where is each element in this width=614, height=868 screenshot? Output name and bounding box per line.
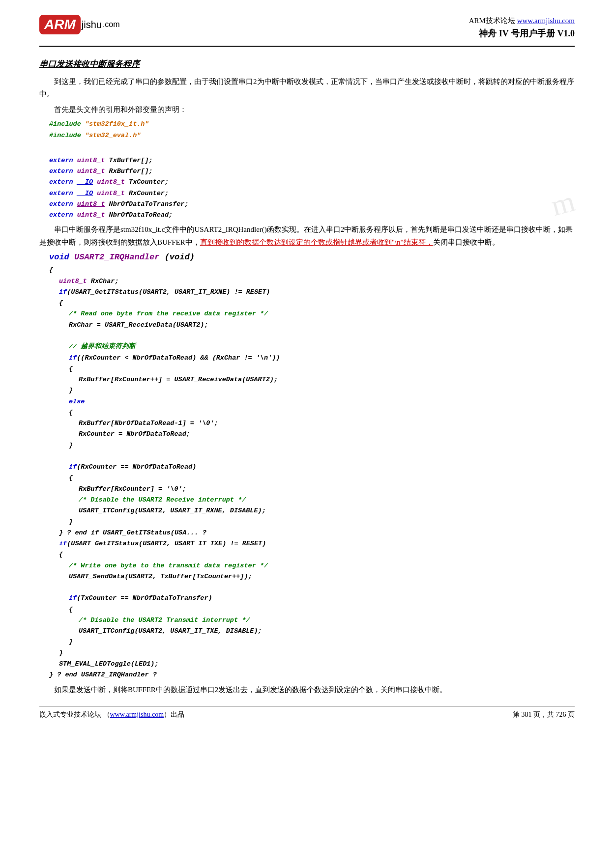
line-brace-open5: { [59, 549, 575, 560]
line-comment-disable-rx: /* Disable the USART2 Receive interrupt … [79, 495, 575, 505]
line-rxbuffer-null: RxBuffer[NbrOfDataToRead-1] = '\0'; [79, 418, 575, 429]
footer: 嵌入式专业技术论坛 （www.armjishu.com）出品 第 381 页，共… [39, 706, 575, 719]
line-disable-rxne: USART_ITConfig(USART2, USART_IT_RXNE, DI… [79, 505, 575, 516]
para1: 到这里，我们已经完成了串口的参数配置，由于我们设置串口2为中断中断收发模式，正常… [39, 76, 575, 101]
func-signature: void USART2_IRQHandler (void) [49, 252, 575, 262]
site-label: ARM技术论坛 [469, 17, 515, 25]
logo-jishu: jishu [82, 19, 102, 30]
line-rxbuffer-null2: RxBuffer[RxCounter] = '\0'; [79, 484, 575, 495]
footer-site-url[interactable]: www.armjishu.com [110, 711, 164, 718]
code-body: { uint8_t RxChar; if(USART_GetITStatus(U… [49, 265, 575, 680]
para2: 首先是头文件的引用和外部变量的声明： [39, 104, 575, 116]
line-rxcounter-reset: RxCounter = NbrOfDataToRead; [79, 429, 575, 440]
line-if-rxcounter: if((RxCounter < NbrOfDataToRead) && (RxC… [69, 353, 575, 364]
extern-4: extern __IO uint8_t RxCounter; [49, 188, 575, 199]
include-1: #include "stm32f10x_it.h" [49, 119, 575, 130]
func-name: USART2_IRQHandler [74, 252, 159, 262]
line-brace-close6: } [69, 637, 575, 647]
line-brace-close5: } [59, 648, 575, 659]
extern-2: extern uint8_t RxBuffer[]; [49, 166, 575, 177]
line-senddata: USART_SendData(USART2, TxBuffer[TxCounte… [69, 571, 575, 582]
line-brace-close4: } [69, 517, 575, 528]
extern-6: extern uint8_t NbrOfDataToRead; [49, 210, 575, 221]
line-ledtoggle: STM_EVAL_LEDToggle(LED1); [59, 659, 575, 670]
footer-left-text: 嵌入式专业技术论坛 （ [39, 711, 110, 718]
line-brace-open3: { [69, 407, 575, 418]
line-else: else [69, 396, 575, 407]
extern-5: extern uint8_t NbrOfDataToTransfer; [49, 199, 575, 210]
footer-left-suffix: ）出品 [164, 711, 184, 718]
header: ARM jishu .com ARM技术论坛 www.armjishu.com … [39, 15, 575, 47]
footer-right: 第 381 页，共 726 页 [513, 710, 575, 719]
header-site: ARM技术论坛 www.armjishu.com [469, 15, 575, 27]
site-url[interactable]: www.armjishu.com [517, 17, 575, 25]
line-brace-open1: { [59, 298, 575, 308]
line-comment-boundary: // 越界和结束符判断 [69, 341, 575, 352]
logo-com: .com [103, 20, 120, 29]
extern-1: extern uint8_t TxBuffer[]; [49, 155, 575, 166]
code-includes: #include "stm32f10x_it.h" #include "stm3… [49, 119, 575, 141]
footer-left: 嵌入式专业技术论坛 （www.armjishu.com）出品 [39, 710, 184, 719]
section-title: 串口发送接收中断服务程序 [39, 58, 575, 70]
line-brace-open4: { [69, 473, 575, 483]
line-if-rxcounter-eq: if(RxCounter == NbrOfDataToRead) [69, 462, 575, 473]
line-if-txcounter: if(TxCounter == NbrOfDataToTransfer) [69, 593, 575, 604]
line-end-handler-comment: } ? end USART2_IRQHandler ? [49, 670, 575, 680]
line-brace-open6: { [69, 604, 575, 615]
line-rxchar-assign: RxChar = USART_ReceiveData(USART2); [69, 320, 575, 331]
line-disable-txe: USART_ITConfig(USART2, USART_IT_TXE, DIS… [79, 626, 575, 637]
line-comment-write: /* Write one byte to the transmit data r… [69, 560, 575, 571]
line-open-brace: { [49, 265, 575, 276]
func-param: (void) [165, 252, 195, 262]
para3-end: 关闭串口接收中断。 [433, 238, 499, 246]
line-brace-close2: } [69, 385, 575, 396]
line-comment-read: /* Read one byte from the receive data r… [69, 308, 575, 319]
header-right: ARM技术论坛 www.armjishu.com 神舟 IV 号用户手册 V1.… [469, 15, 575, 41]
include-2: #include "stm32_eval.h" [49, 130, 575, 141]
para4: 如果是发送中断，则将BUFFER中的数据通过串口2发送出去，直到发送的数据个数达… [39, 684, 575, 697]
line-comment-disable-tx: /* Disable the USART2 Transmit interrupt… [79, 615, 575, 626]
page: ARM jishu .com ARM技术论坛 www.armjishu.com … [0, 0, 614, 868]
line-rxchar-decl: uint8_t RxChar; [59, 276, 575, 287]
line-rxbuffer-assign: RxBuffer[RxCounter++] = USART_ReceiveDat… [79, 374, 575, 385]
header-title: 神舟 IV 号用户手册 V1.0 [469, 27, 575, 41]
line-if-rxne: if(USART_GetITStatus(USART2, USART_IT_RX… [59, 287, 575, 298]
extern-3: extern __IO uint8_t TxCounter; [49, 177, 575, 188]
line-brace-open2: { [69, 364, 575, 374]
code-externs: extern uint8_t TxBuffer[]; extern uint8_… [49, 155, 575, 221]
logo-area: ARM jishu .com [39, 15, 120, 34]
logo-arm: ARM [44, 17, 76, 32]
logo-box: ARM [39, 15, 81, 34]
line-end-if-comment: } ? end if USART_GetITStatus(USA... ? [59, 528, 575, 538]
func-void: void [49, 252, 69, 262]
para3-highlight: 直到接收到的数据个数达到设定的个数或指针越界或者收到"\n"结束符， [200, 238, 433, 246]
line-if-txe: if(USART_GetITStatus(USART2, USART_IT_TX… [59, 538, 575, 549]
line-brace-close3: } [69, 440, 575, 451]
para3: 串口中断服务程序是stm32f10x_it.c文件中的USART2_IRQHan… [39, 224, 575, 249]
